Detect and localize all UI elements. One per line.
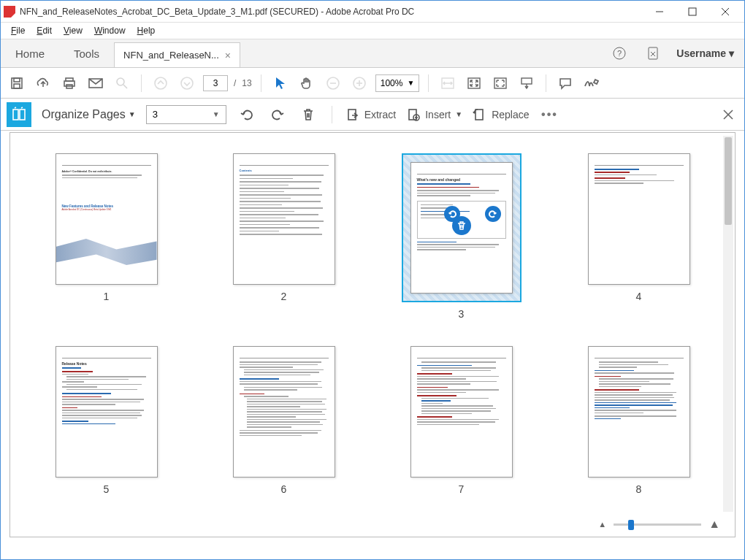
svg-rect-31 <box>348 110 356 120</box>
separator <box>428 74 429 92</box>
svg-rect-27 <box>494 78 506 88</box>
thumbnail-number: 3 <box>459 308 465 320</box>
chevron-down-icon: ▼ <box>213 110 220 118</box>
fit-width-icon[interactable] <box>438 73 458 93</box>
maximize-button[interactable] <box>676 1 708 22</box>
zoom-in-large-icon[interactable]: ▲ <box>708 518 720 531</box>
thumbnail-zoom: ▲ ▲ <box>598 518 720 531</box>
svg-text:?: ? <box>617 49 622 58</box>
zoom-slider[interactable] <box>614 523 701 526</box>
trash-icon[interactable] <box>298 104 318 125</box>
separator <box>546 74 546 92</box>
page-select-dropdown[interactable]: 3▼ <box>146 105 226 124</box>
menu-help[interactable]: Help <box>133 24 160 37</box>
svg-rect-6 <box>649 47 657 59</box>
page-thumbnail[interactable]: 6 <box>217 346 351 495</box>
tab-document[interactable]: NFN_and_ReleaseN... × <box>114 42 240 67</box>
menu-edit[interactable]: Edit <box>32 24 56 37</box>
extract-button[interactable]: Extract <box>345 107 397 122</box>
chevron-down-icon: ▼ <box>407 79 414 87</box>
titlebar: NFN_and_ReleaseNotes_Acrobat_DC_Beta_Upd… <box>1 1 744 23</box>
extract-icon <box>345 107 360 122</box>
username-label: Username <box>676 47 726 59</box>
svg-point-16 <box>117 78 124 85</box>
zoom-out-small-icon[interactable]: ▲ <box>598 520 606 529</box>
chevron-down-icon: ▾ <box>729 47 734 59</box>
page-thumbnail[interactable]: Adobe® Confidential. Do not redistribute… <box>39 153 173 320</box>
zoom-out-icon[interactable] <box>323 73 343 93</box>
minimize-button[interactable] <box>643 1 676 22</box>
svg-point-19 <box>181 77 193 89</box>
chevron-down-icon: ▼ <box>455 110 462 118</box>
page-thumbnail[interactable]: Release Notes 5 <box>39 346 173 495</box>
page-thumbnail[interactable]: What's new and changed 3 <box>394 153 528 320</box>
zoom-select[interactable]: 100%▼ <box>375 74 420 92</box>
replace-label: Replace <box>492 109 529 120</box>
zoom-in-icon[interactable] <box>349 73 370 93</box>
app-icon <box>4 6 15 18</box>
close-panel-icon[interactable] <box>718 104 738 125</box>
thumbnail-number: 5 <box>104 483 110 495</box>
svg-rect-9 <box>12 78 22 88</box>
cloud-upload-icon[interactable] <box>33 73 53 93</box>
page-number-input[interactable] <box>203 75 228 91</box>
hand-icon[interactable] <box>297 73 317 93</box>
extract-label: Extract <box>364 109 397 120</box>
separator <box>261 74 261 92</box>
scrollbar-thumb[interactable] <box>725 137 732 225</box>
window-title: NFN_and_ReleaseNotes_Acrobat_DC_Beta_Upd… <box>20 7 643 17</box>
page-thumbnail[interactable]: 8 <box>572 346 706 495</box>
separator <box>141 74 142 92</box>
thumbnail-number: 4 <box>636 291 642 302</box>
page-thumbnail[interactable]: Contents 2 <box>217 153 351 320</box>
pointer-icon[interactable] <box>270 73 291 93</box>
zoom-slider-handle[interactable] <box>628 520 634 530</box>
menu-window[interactable]: Window <box>90 24 130 37</box>
close-button[interactable] <box>708 1 741 22</box>
svg-line-17 <box>123 85 127 88</box>
rotate-ccw-icon[interactable] <box>237 104 257 125</box>
organize-pages-menu[interactable]: Organize Pages▼ <box>42 108 136 121</box>
thumbnail-number: 1 <box>104 291 110 302</box>
tab-close-icon[interactable]: × <box>225 50 231 61</box>
menu-file[interactable]: File <box>7 24 29 37</box>
organize-pages-tile[interactable] <box>7 102 31 127</box>
username-menu[interactable]: Username ▾ <box>676 47 734 59</box>
fit-page-icon[interactable] <box>464 73 484 93</box>
insert-button[interactable]: Insert ▼ <box>406 107 462 122</box>
page-down-icon[interactable] <box>177 73 197 93</box>
thumbnail-number: 6 <box>281 483 287 495</box>
vertical-scrollbar[interactable] <box>723 136 733 512</box>
print-icon[interactable] <box>59 73 80 93</box>
thumbnail-number: 7 <box>459 483 465 495</box>
organize-bar: Organize Pages▼ 3▼ Extract Insert ▼ Repl… <box>1 99 744 131</box>
svg-rect-13 <box>64 81 74 86</box>
comment-icon[interactable] <box>555 73 576 93</box>
mail-icon[interactable] <box>85 73 106 93</box>
sign-icon[interactable] <box>581 73 602 93</box>
tabstrip: Home Tools NFN_and_ReleaseN... × ? Usern… <box>1 39 744 68</box>
tab-tools[interactable]: Tools <box>59 39 114 67</box>
search-icon[interactable] <box>112 73 132 93</box>
reading-mode-icon[interactable] <box>516 73 537 93</box>
more-icon[interactable]: ••• <box>540 104 560 125</box>
page-sep: / <box>234 78 236 88</box>
thumbnail-number: 8 <box>636 483 642 495</box>
replace-icon <box>473 107 487 122</box>
page-thumbnail[interactable]: 7 <box>394 346 528 495</box>
svg-rect-36 <box>475 110 483 120</box>
svg-rect-29 <box>13 110 18 120</box>
page-thumbnail[interactable]: 4 <box>572 153 706 320</box>
menu-view[interactable]: View <box>59 24 87 37</box>
replace-button[interactable]: Replace <box>473 107 529 122</box>
rotate-cw-icon[interactable] <box>267 104 288 125</box>
insert-label: Insert <box>425 109 451 120</box>
fit-visible-icon[interactable] <box>490 73 511 93</box>
page-up-icon[interactable] <box>150 73 171 93</box>
help-icon[interactable]: ? <box>609 43 630 64</box>
svg-rect-28 <box>522 78 532 84</box>
device-icon[interactable] <box>643 43 663 64</box>
save-icon[interactable] <box>7 73 27 93</box>
thumbnail-panel: Adobe® Confidential. Do not redistribute… <box>9 132 736 537</box>
tab-home[interactable]: Home <box>1 39 59 67</box>
